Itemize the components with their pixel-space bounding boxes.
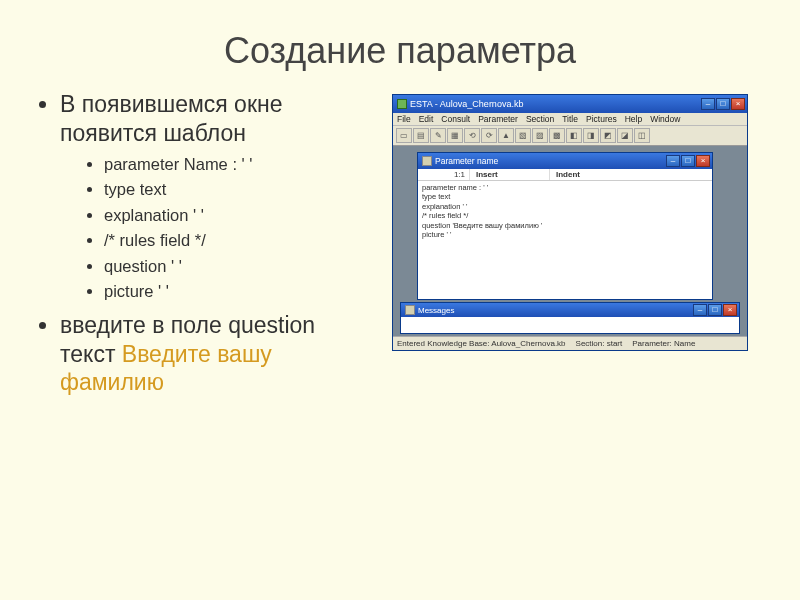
menu-pictures[interactable]: Pictures bbox=[586, 114, 617, 124]
menu-section[interactable]: Section bbox=[526, 114, 554, 124]
status-parameter: Parameter: Name bbox=[632, 339, 695, 348]
statusbar: Entered Knowledge Base: Aulova_Chernova.… bbox=[393, 336, 747, 350]
tool-icon[interactable]: ⟳ bbox=[481, 128, 497, 143]
editor-textarea[interactable]: parameter name : ' ' type text explanati… bbox=[418, 181, 712, 299]
tool-icon[interactable]: ✎ bbox=[430, 128, 446, 143]
tool-icon[interactable]: ◩ bbox=[600, 128, 616, 143]
app-title-text: ESTA - Aulova_Chernova.kb bbox=[410, 99, 701, 109]
tool-icon[interactable]: ◪ bbox=[617, 128, 633, 143]
messages-close-button[interactable]: × bbox=[723, 304, 737, 316]
tool-icon[interactable]: ⟲ bbox=[464, 128, 480, 143]
minimize-button[interactable]: – bbox=[701, 98, 715, 110]
editor-minimize-button[interactable]: – bbox=[666, 155, 680, 167]
editor-icon bbox=[422, 156, 432, 166]
app-icon bbox=[397, 99, 407, 109]
app-titlebar[interactable]: ESTA - Aulova_Chernova.kb – □ × bbox=[393, 95, 747, 113]
status-kb: Entered Knowledge Base: Aulova_Chernova.… bbox=[397, 339, 566, 348]
sub-parameter-name: parameter Name : ' ' bbox=[104, 152, 372, 178]
text-column: В появившемся окне появится шаблон param… bbox=[42, 90, 392, 401]
messages-minimize-button[interactable]: – bbox=[693, 304, 707, 316]
mdi-workspace: Parameter name – □ × 1:1 Insert Indent p… bbox=[393, 146, 747, 336]
menu-help[interactable]: Help bbox=[625, 114, 642, 124]
status-section: Section: start bbox=[576, 339, 623, 348]
tool-icon[interactable]: ▩ bbox=[549, 128, 565, 143]
bullet-enter-question: введите в поле question текст Введите ва… bbox=[60, 311, 372, 397]
editor-title-text: Parameter name bbox=[435, 156, 666, 166]
tool-icon[interactable]: ▨ bbox=[532, 128, 548, 143]
tool-icon[interactable]: ▦ bbox=[447, 128, 463, 143]
slide-title: Создание параметра bbox=[0, 0, 800, 90]
tool-icon[interactable]: ◧ bbox=[566, 128, 582, 143]
sub-explanation: explanation ' ' bbox=[104, 203, 372, 229]
sub-type-text: type text bbox=[104, 177, 372, 203]
editor-header: 1:1 Insert Indent bbox=[418, 169, 712, 181]
messages-body[interactable] bbox=[401, 317, 739, 333]
screenshot-column: ESTA - Aulova_Chernova.kb – □ × File Edi… bbox=[392, 90, 752, 401]
tool-icon[interactable]: ◨ bbox=[583, 128, 599, 143]
editor-close-button[interactable]: × bbox=[696, 155, 710, 167]
tool-icon[interactable]: ▭ bbox=[396, 128, 412, 143]
messages-titlebar[interactable]: Messages – □ × bbox=[401, 303, 739, 317]
editor-mode-insert: Insert bbox=[470, 169, 550, 180]
tool-icon[interactable]: ▧ bbox=[515, 128, 531, 143]
maximize-button[interactable]: □ bbox=[716, 98, 730, 110]
tool-icon[interactable]: ▤ bbox=[413, 128, 429, 143]
editor-cursor-pos: 1:1 bbox=[418, 169, 470, 180]
messages-icon bbox=[405, 305, 415, 315]
app-window: ESTA - Aulova_Chernova.kb – □ × File Edi… bbox=[392, 94, 748, 351]
slide-content: В появившемся окне появится шаблон param… bbox=[0, 90, 800, 401]
messages-maximize-button[interactable]: □ bbox=[708, 304, 722, 316]
tool-icon[interactable]: ◫ bbox=[634, 128, 650, 143]
menubar: File Edit Consult Parameter Section Titl… bbox=[393, 113, 747, 126]
sub-question: question ' ' bbox=[104, 254, 372, 280]
tool-icon[interactable]: ▲ bbox=[498, 128, 514, 143]
messages-title-text: Messages bbox=[418, 306, 693, 315]
sub-rules-field: /* rules field */ bbox=[104, 228, 372, 254]
close-button[interactable]: × bbox=[731, 98, 745, 110]
editor-window: Parameter name – □ × 1:1 Insert Indent p… bbox=[417, 152, 713, 300]
editor-maximize-button[interactable]: □ bbox=[681, 155, 695, 167]
bullet-template-intro: В появившемся окне появится шаблон bbox=[60, 90, 372, 148]
menu-consult[interactable]: Consult bbox=[441, 114, 470, 124]
menu-title[interactable]: Title bbox=[562, 114, 578, 124]
editor-titlebar[interactable]: Parameter name – □ × bbox=[418, 153, 712, 169]
menu-window[interactable]: Window bbox=[650, 114, 680, 124]
menu-edit[interactable]: Edit bbox=[419, 114, 434, 124]
editor-mode-indent: Indent bbox=[550, 169, 712, 180]
sub-picture: picture ' ' bbox=[104, 279, 372, 305]
menu-file[interactable]: File bbox=[397, 114, 411, 124]
messages-window: Messages – □ × bbox=[400, 302, 740, 334]
menu-parameter[interactable]: Parameter bbox=[478, 114, 518, 124]
toolbar: ▭ ▤ ✎ ▦ ⟲ ⟳ ▲ ▧ ▨ ▩ ◧ ◨ ◩ ◪ ◫ bbox=[393, 126, 747, 146]
